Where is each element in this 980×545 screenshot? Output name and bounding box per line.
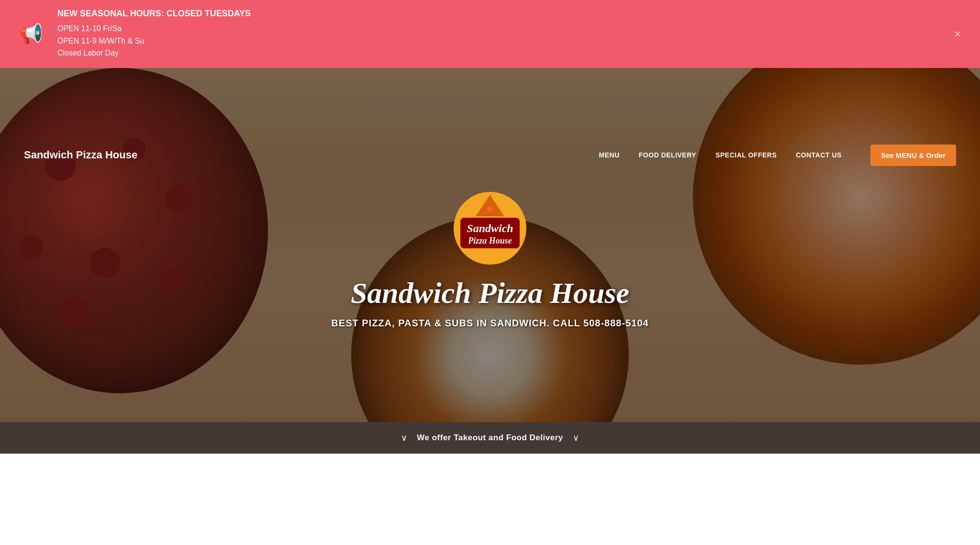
svg-point-1 (487, 206, 493, 212)
hero-title: Sandwich Pizza House (351, 276, 629, 310)
nav-item-special-offers[interactable]: SPECIAL OFFERS (715, 151, 777, 159)
bottom-bar: ∨ We offer Takeout and Food Delivery ∨ (0, 422, 980, 454)
logo-badge: Sandwich Pizza House (452, 190, 528, 267)
close-button[interactable]: × (954, 27, 961, 41)
nav-link-special-offers[interactable]: SPECIAL OFFERS (715, 151, 777, 159)
nav-link-contact-us[interactable]: CONTACT US (796, 151, 842, 159)
nav-link-menu[interactable]: MENU (599, 151, 620, 159)
svg-text:Sandwich: Sandwich (467, 222, 513, 234)
chevron-down-right-icon: ∨ (573, 433, 579, 443)
nav-item-menu[interactable]: MENU (599, 151, 620, 159)
announcement-text: NEW SEASONAL HOURS: CLOSED TUESDAYS OPEN… (57, 9, 251, 59)
nav-item-food-delivery[interactable]: FOOD DELIVERY (639, 151, 696, 159)
chevron-down-left-icon: ∨ (401, 433, 407, 443)
bottom-bar-text: We offer Takeout and Food Delivery (417, 433, 563, 443)
nav-item-order[interactable]: See MENU & Order (861, 145, 956, 166)
order-button[interactable]: See MENU & Order (870, 145, 956, 166)
nav-links: MENU FOOD DELIVERY SPECIAL OFFERS CONTAC… (599, 145, 956, 166)
hero-subtitle: BEST PIZZA, PASTA & SUBS IN SANDWICH. CA… (331, 318, 648, 329)
navbar: Sandwich Pizza House MENU FOOD DELIVERY … (0, 135, 980, 176)
announcement-banner: 📢 NEW SEASONAL HOURS: CLOSED TUESDAYS OP… (0, 0, 980, 68)
hero-section: Sandwich Pizza House MENU FOOD DELIVERY … (0, 68, 980, 422)
nav-item-contact-us[interactable]: CONTACT US (796, 151, 842, 159)
svg-text:Pizza House: Pizza House (468, 236, 512, 245)
nav-link-food-delivery[interactable]: FOOD DELIVERY (639, 151, 696, 159)
nav-brand[interactable]: Sandwich Pizza House (24, 149, 599, 161)
announcement-title: NEW SEASONAL HOURS: CLOSED TUESDAYS (57, 9, 251, 19)
hero-content: Sandwich Pizza House Sandwich Pizza Hous… (0, 68, 980, 422)
announcement-line1: OPEN 11-10 Fr/Sa (57, 22, 251, 35)
megaphone-icon: 📢 (19, 22, 43, 45)
announcement-line2: OPEN 11-9 M/W/Th & Su (57, 35, 251, 47)
announcement-line3: Closed Labor Day (57, 47, 251, 59)
